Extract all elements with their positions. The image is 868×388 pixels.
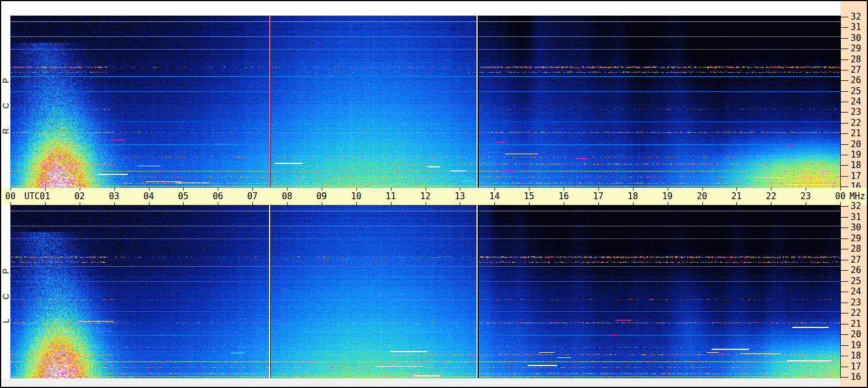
freq-tick	[841, 345, 848, 346]
hour-label-9: 09	[316, 191, 327, 202]
hour-tick-top	[494, 188, 495, 191]
hour-tick-top	[564, 188, 564, 191]
hour-label-6: 06	[213, 191, 223, 202]
hour-tick-top	[356, 188, 357, 191]
frequency-axis-rcp: 3231302928272625242322212019181716	[840, 16, 867, 188]
hour-tick-bottom	[771, 202, 772, 205]
freq-label-25: 25	[851, 276, 861, 286]
hour-label-7: 07	[247, 191, 258, 202]
hour-label-12: 12	[420, 191, 430, 202]
freq-tick	[841, 303, 848, 303]
freq-tick	[841, 102, 848, 102]
hour-label-2: 02	[74, 191, 85, 202]
hour-tick-bottom	[183, 202, 184, 205]
hour-tick-top	[45, 188, 46, 191]
hour-tick-bottom	[460, 202, 460, 205]
hour-tick-top	[322, 188, 322, 191]
hour-label-18: 18	[628, 191, 638, 202]
hour-tick-top	[840, 188, 841, 191]
hour-tick-top	[702, 188, 703, 191]
freq-label-16: 16	[851, 372, 861, 382]
hour-tick-bottom	[114, 202, 115, 205]
time-axis-band: 0001020304050607080910111213141516171819…	[1, 188, 867, 205]
hour-label-20: 20	[696, 191, 707, 202]
freq-label-26: 26	[851, 265, 861, 275]
hour-label-5: 05	[178, 191, 188, 202]
freq-tick	[841, 59, 848, 60]
hour-tick-top	[287, 188, 288, 191]
hour-tick-bottom	[633, 202, 634, 205]
hour-label-17: 17	[593, 191, 603, 202]
hour-tick-bottom	[322, 202, 322, 205]
freq-label-19: 19	[851, 340, 861, 350]
hour-tick-top	[10, 188, 11, 191]
freq-label-29: 29	[851, 43, 861, 54]
hour-tick-bottom	[668, 202, 668, 205]
hour-tick-top	[149, 188, 150, 191]
freq-label-22: 22	[851, 118, 861, 128]
freq-tick	[841, 356, 848, 356]
freq-tick	[841, 38, 848, 39]
freq-tick	[841, 334, 848, 335]
freq-label-32: 32	[851, 12, 861, 22]
hour-tick-top	[806, 188, 806, 191]
freq-label-20: 20	[851, 329, 861, 339]
hour-tick-top	[183, 188, 184, 191]
freq-label-29: 29	[851, 233, 861, 244]
freq-label-27: 27	[851, 65, 861, 75]
hour-tick-bottom	[10, 202, 11, 205]
freq-label-22: 22	[851, 308, 861, 318]
hour-tick-top	[426, 188, 426, 191]
freq-tick	[841, 123, 848, 124]
freq-label-31: 31	[851, 22, 861, 32]
hour-tick-bottom	[287, 202, 288, 205]
spectrogram-rcp	[10, 16, 840, 188]
freq-label-18: 18	[851, 160, 861, 170]
frequency-axis-lcp: 3231302928272625242322212019181716	[840, 205, 867, 378]
freq-tick	[841, 155, 848, 155]
hour-tick-bottom	[529, 202, 530, 205]
hour-tick-bottom	[252, 202, 253, 205]
hour-tick-bottom	[564, 202, 564, 205]
hour-tick-top	[529, 188, 530, 191]
hour-tick-bottom	[45, 202, 46, 205]
freq-label-28: 28	[851, 54, 861, 65]
freq-tick	[841, 186, 848, 187]
freq-label-25: 25	[851, 86, 861, 96]
hour-label-11: 11	[386, 191, 396, 202]
hour-tick-top	[771, 188, 772, 191]
hour-label-15: 15	[524, 191, 534, 202]
freq-label-30: 30	[851, 33, 861, 43]
hour-tick-top	[598, 188, 599, 191]
hour-tick-bottom	[806, 202, 806, 205]
hour-label-3: 03	[109, 191, 120, 202]
hour-tick-bottom	[494, 202, 495, 205]
hour-label-21: 21	[731, 191, 742, 202]
freq-tick	[841, 176, 848, 177]
freq-tick	[841, 313, 848, 314]
freq-tick	[841, 260, 848, 260]
hour-tick-top	[252, 188, 253, 191]
freq-label-26: 26	[851, 75, 861, 85]
freq-tick	[841, 324, 848, 324]
freq-tick	[841, 165, 848, 166]
freq-tick	[841, 217, 848, 218]
freq-tick	[841, 292, 848, 292]
polarization-label-lcp: L C P	[1, 260, 10, 323]
freq-tick	[841, 270, 848, 271]
hour-label-23: 23	[800, 191, 811, 202]
footer-strip	[1, 378, 840, 387]
freq-label-31: 31	[851, 212, 861, 222]
freq-label-17: 17	[851, 171, 861, 181]
hour-label-4: 04	[143, 191, 154, 202]
freq-label-21: 21	[851, 319, 861, 329]
freq-tick	[841, 367, 848, 367]
hour-tick-bottom	[702, 202, 703, 205]
hour-label-16: 16	[558, 191, 569, 202]
lcp-panel-row: L C P 3231302928272625242322212019181716	[1, 205, 867, 378]
polarization-gutter-lcp: L C P	[1, 205, 10, 378]
hour-tick-top	[460, 188, 460, 191]
hour-label-14: 14	[489, 191, 500, 202]
freq-tick	[841, 227, 848, 228]
freq-tick	[841, 377, 848, 378]
